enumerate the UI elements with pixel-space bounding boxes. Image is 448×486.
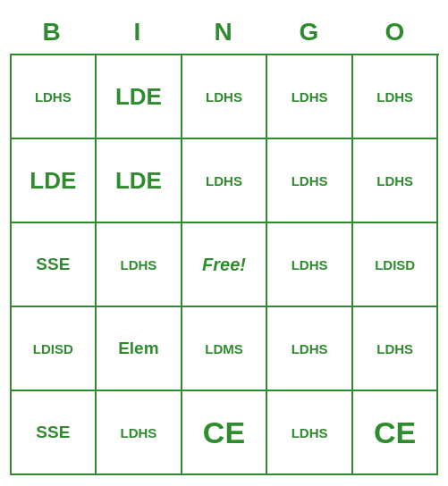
- bingo-row-2: SSELDHSFree!LDHSLDISD: [12, 223, 439, 307]
- bingo-cell-2-4: LDISD: [353, 223, 439, 307]
- bingo-cell-2-1: LDHS: [97, 223, 182, 307]
- bingo-cell-4-0: SSE: [12, 391, 97, 475]
- bingo-grid: LDHSLDELDHSLDHSLDHSLDELDELDHSLDHSLDHSSSE…: [10, 54, 439, 475]
- bingo-cell-3-4: LDHS: [353, 307, 439, 391]
- bingo-cell-0-3: LDHS: [267, 55, 353, 139]
- bingo-cell-1-0: LDE: [12, 139, 97, 223]
- bingo-cell-2-0: SSE: [12, 223, 97, 307]
- header-letter-o: O: [353, 11, 439, 54]
- bingo-cell-3-0: LDISD: [12, 307, 97, 391]
- bingo-cell-1-4: LDHS: [353, 139, 439, 223]
- bingo-cell-0-1: LDE: [97, 55, 182, 139]
- bingo-row-0: LDHSLDELDHSLDHSLDHS: [12, 55, 439, 139]
- bingo-cell-4-1: LDHS: [97, 391, 182, 475]
- bingo-cell-2-2: Free!: [182, 223, 268, 307]
- bingo-cell-3-2: LDMS: [182, 307, 268, 391]
- bingo-cell-0-2: LDHS: [182, 55, 268, 139]
- bingo-cell-3-1: Elem: [97, 307, 182, 391]
- bingo-cell-0-4: LDHS: [353, 55, 439, 139]
- bingo-row-3: LDISDElemLDMSLDHSLDHS: [12, 307, 439, 391]
- header-letter-n: N: [182, 11, 267, 54]
- header-letter-g: G: [267, 11, 353, 54]
- bingo-cell-4-2: CE: [182, 391, 268, 475]
- bingo-cell-0-0: LDHS: [12, 55, 97, 139]
- bingo-row-4: SSELDHSCELDHSCE: [12, 391, 439, 475]
- bingo-cell-1-1: LDE: [97, 139, 182, 223]
- bingo-row-1: LDELDELDHSLDHSLDHS: [12, 139, 439, 223]
- bingo-cell-4-4: CE: [353, 391, 439, 475]
- bingo-cell-4-3: LDHS: [267, 391, 353, 475]
- bingo-cell-2-3: LDHS: [267, 223, 353, 307]
- header-letter-b: B: [10, 11, 96, 54]
- header-letter-i: I: [96, 11, 182, 54]
- bingo-cell-1-3: LDHS: [267, 139, 353, 223]
- bingo-cell-3-3: LDHS: [267, 307, 353, 391]
- bingo-card: BINGO LDHSLDELDHSLDHSLDHSLDELDELDHSLDHSL…: [10, 11, 439, 475]
- bingo-header: BINGO: [10, 11, 439, 54]
- bingo-cell-1-2: LDHS: [182, 139, 268, 223]
